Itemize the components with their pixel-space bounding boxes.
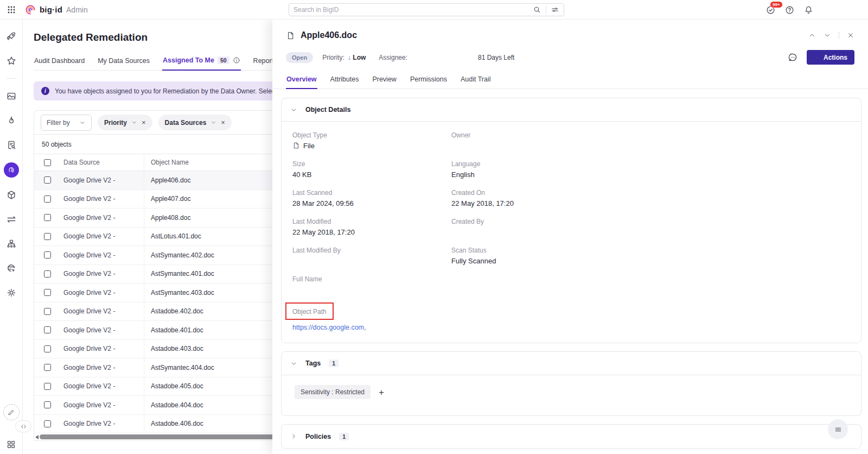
report-search-icon[interactable]	[4, 138, 18, 152]
row-checkbox[interactable]	[44, 401, 51, 408]
table-row[interactable]: Google Drive V2 - AstSymantec.403.doc	[34, 283, 272, 302]
scroll-left-icon[interactable]	[35, 435, 39, 439]
chevron-down-icon[interactable]	[131, 119, 137, 125]
row-object-name[interactable]: Astadobe.406.doc	[144, 415, 272, 433]
widgets-grid-icon[interactable]	[6, 439, 16, 450]
collapse-sidebar-icon[interactable]	[15, 420, 31, 432]
row-object-name[interactable]: Apple407.doc	[144, 190, 272, 209]
table-row[interactable]: Google Drive V2 - Astadobe.402.doc	[34, 302, 272, 321]
object-details-header[interactable]: Object Details	[282, 98, 861, 122]
tab-overview[interactable]: Overview	[286, 73, 317, 89]
row-checkbox[interactable]	[44, 176, 51, 184]
swap-arrows-icon[interactable]	[4, 212, 18, 226]
tab-reports-analytics[interactable]: Reports And Analytics	[253, 53, 272, 70]
scrollbar-thumb[interactable]	[40, 434, 272, 439]
table-row[interactable]: Google Drive V2 - AstSymantec.402.doc	[34, 246, 272, 265]
filter-chip-priority[interactable]: Priority ×	[98, 115, 152, 130]
row-object-name[interactable]: Astadobe.402.doc	[144, 302, 272, 321]
cube-icon[interactable]	[4, 188, 18, 202]
row-object-name[interactable]: Apple406.doc	[144, 171, 272, 190]
row-object-name[interactable]: Apple408.doc	[144, 209, 272, 227]
table-row[interactable]: Google Drive V2 - AstSymantec.404.doc	[34, 358, 272, 377]
row-object-name[interactable]: Astadobe.401.doc	[144, 321, 272, 339]
row-object-name[interactable]: AstSymantec.404.doc	[144, 358, 272, 377]
row-object-name[interactable]: AstSymantec.403.doc	[144, 283, 272, 302]
tab-preview[interactable]: Preview	[372, 73, 397, 89]
table-row[interactable]: Google Drive V2 - Astadobe.404.doc	[34, 396, 272, 415]
app-launcher-icon[interactable]	[0, 4, 23, 15]
row-checkbox[interactable]	[44, 383, 51, 390]
comments-icon[interactable]	[788, 52, 798, 62]
row-checkbox[interactable]	[44, 251, 51, 258]
quick-menu-button[interactable]	[828, 419, 848, 439]
flame-icon[interactable]	[4, 114, 18, 128]
tab-assigned-to-me[interactable]: Assigned To Me 50	[162, 53, 241, 71]
table-row[interactable]: Google Drive V2 - Astadobe.406.doc	[34, 415, 272, 434]
tab-permissions[interactable]: Permissions	[410, 73, 448, 89]
search-icon[interactable]	[533, 5, 541, 14]
horizontal-scrollbar[interactable]	[34, 433, 272, 440]
image-icon[interactable]	[4, 89, 18, 103]
rocket-icon[interactable]	[4, 29, 18, 43]
tab-my-data-sources[interactable]: My Data Sources	[97, 53, 150, 70]
table-row[interactable]: Google Drive V2 - Astadobe.403.doc	[34, 340, 272, 359]
column-data-source[interactable]: Data Source	[60, 159, 144, 166]
column-object-name[interactable]: Object Name	[144, 154, 272, 171]
add-tag-icon[interactable]: +	[379, 388, 384, 397]
row-checkbox[interactable]	[44, 214, 51, 221]
chevron-right-icon[interactable]	[290, 433, 297, 440]
remediation-fingerprint-icon-active[interactable]	[4, 162, 19, 178]
star-icon[interactable]	[4, 54, 18, 68]
row-object-name[interactable]: AstLotus.401.doc	[144, 228, 272, 246]
row-checkbox[interactable]	[44, 308, 51, 315]
assignee-label[interactable]: Assignee:	[379, 54, 407, 61]
row-checkbox[interactable]	[44, 420, 51, 427]
tab-attributes[interactable]: Attributes	[330, 73, 360, 89]
search-filters-icon[interactable]	[551, 5, 559, 14]
close-icon[interactable]	[847, 31, 854, 39]
chevron-down-icon[interactable]	[210, 119, 216, 125]
filter-by-dropdown[interactable]: Filter by	[41, 115, 92, 131]
row-object-name[interactable]: Astadobe.403.doc	[144, 340, 272, 358]
chevron-down-icon[interactable]	[290, 106, 297, 114]
table-row[interactable]: Google Drive V2 - Astadobe.401.doc	[34, 321, 272, 340]
globe-pointer-icon[interactable]	[4, 261, 18, 275]
table-row[interactable]: Google Drive V2 - AstSymantec.401.doc	[34, 265, 272, 284]
policies-header[interactable]: Policies 1	[282, 425, 861, 448]
row-checkbox[interactable]	[44, 326, 51, 333]
network-icon[interactable]	[4, 237, 18, 251]
row-checkbox[interactable]	[44, 364, 51, 371]
table-row[interactable]: Google Drive V2 - Apple407.doc	[34, 190, 272, 209]
priority-value[interactable]: Low	[353, 54, 366, 61]
tab-audit-dashboard[interactable]: Audit Dashboard	[34, 53, 85, 70]
row-checkbox[interactable]	[44, 196, 51, 203]
info-icon[interactable]	[233, 56, 240, 64]
row-checkbox[interactable]	[44, 233, 51, 240]
actions-button[interactable]: Actions	[807, 50, 854, 65]
table-row[interactable]: Google Drive V2 - Apple408.doc	[34, 209, 272, 228]
gear-icon[interactable]	[4, 286, 18, 300]
tags-header[interactable]: Tags 1	[282, 352, 861, 375]
object-path-link[interactable]: https://docs.google.com,	[292, 324, 366, 331]
global-search[interactable]	[289, 3, 564, 16]
row-object-name[interactable]: Astadobe.404.doc	[144, 396, 272, 414]
table-row[interactable]: Google Drive V2 - Astadobe.405.doc	[34, 377, 272, 396]
row-object-name[interactable]: AstSymantec.402.doc	[144, 246, 272, 264]
table-row[interactable]: Google Drive V2 - AstLotus.401.doc	[34, 228, 272, 247]
table-row[interactable]: Google Drive V2 - Apple406.doc	[34, 171, 272, 190]
select-all-checkbox[interactable]	[44, 159, 51, 166]
tasks-check-icon[interactable]: 99+	[765, 5, 776, 15]
previous-object-chevron-up-icon[interactable]	[808, 31, 816, 39]
tag-sensitivity-restricted[interactable]: Sensitivity : Restricted	[295, 385, 371, 399]
row-checkbox[interactable]	[44, 270, 51, 278]
help-icon[interactable]	[784, 5, 795, 15]
next-object-chevron-down-icon[interactable]	[824, 31, 831, 39]
row-checkbox[interactable]	[44, 345, 51, 352]
row-checkbox[interactable]	[44, 289, 51, 296]
filter-chip-data-sources[interactable]: Data Sources ×	[158, 115, 232, 130]
brand-logo[interactable]: big·id Admin	[25, 4, 88, 15]
notifications-bell-icon[interactable]	[803, 5, 814, 15]
row-object-name[interactable]: Astadobe.405.doc	[144, 377, 272, 396]
search-input[interactable]	[293, 6, 533, 14]
remove-filter-icon[interactable]: ×	[221, 118, 225, 127]
